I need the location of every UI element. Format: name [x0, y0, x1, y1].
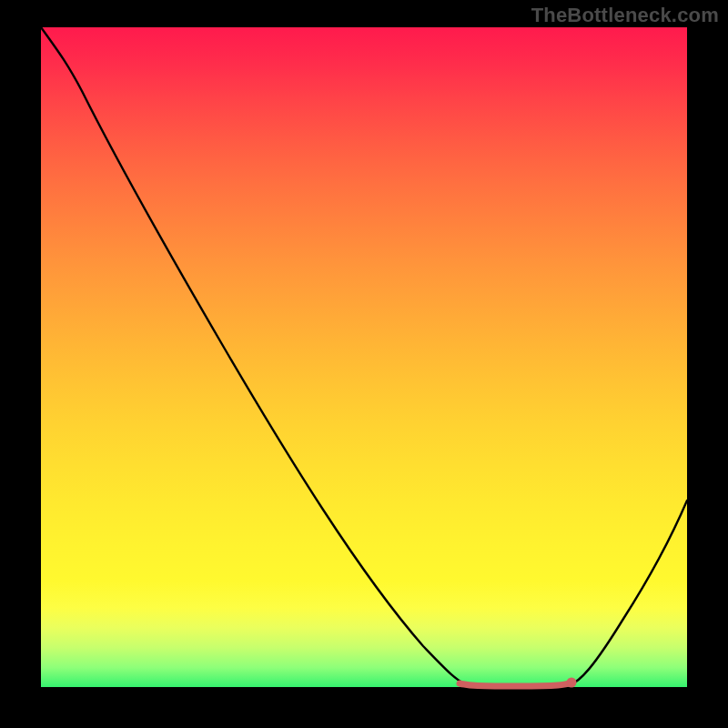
chart-svg	[41, 27, 687, 687]
watermark-text: TheBottleneck.com	[531, 4, 719, 27]
bottleneck-curve-line	[41, 27, 687, 685]
flat-minimum-highlight	[460, 683, 569, 686]
endpoint-dot	[567, 678, 577, 688]
chart-frame: TheBottleneck.com	[0, 0, 728, 728]
